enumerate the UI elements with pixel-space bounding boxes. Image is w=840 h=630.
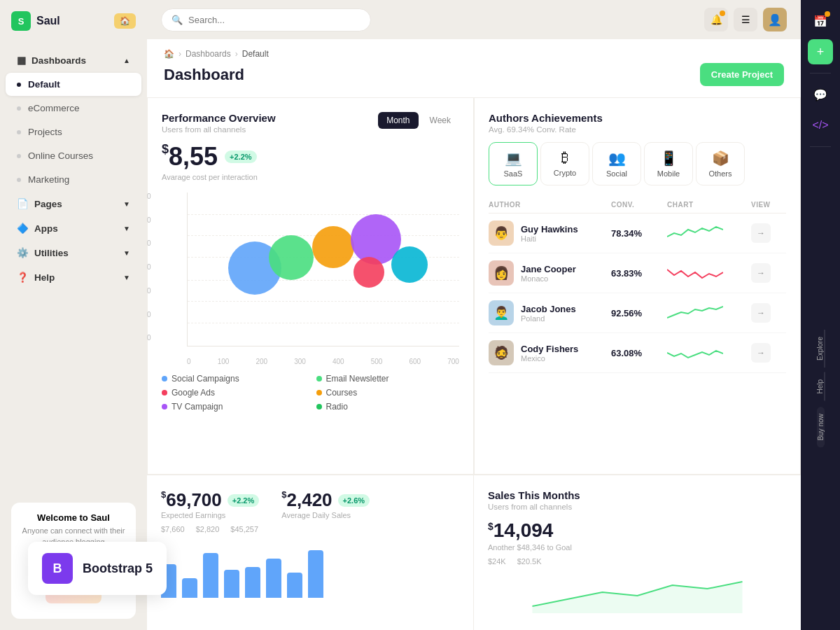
code-icon[interactable]: </>	[808, 113, 833, 138]
bar-label-2: $2,820	[196, 525, 220, 533]
legend-google: Google Ads	[162, 388, 305, 398]
saas-icon: 💻	[505, 150, 522, 167]
y-axis-labels: 7006005004003002001000	[147, 192, 151, 365]
sales-y-label-2: $20.5K	[517, 557, 542, 566]
sidebar-item-marketing[interactable]: Marketing	[6, 168, 141, 191]
search-box[interactable]: 🔍	[161, 8, 371, 31]
sidebar-item-online-courses[interactable]: Online Courses	[6, 144, 141, 167]
back-button[interactable]: 🏠	[114, 13, 136, 29]
sidebar-item-pages[interactable]: 📄 Pages ▼	[6, 192, 141, 216]
default-label: Default	[28, 79, 60, 90]
earnings-row: $69,700 +2.2% Expected Earnings $2,420 +…	[161, 489, 459, 519]
topbar-right: 🔔 ☰ 👤	[704, 8, 787, 31]
sidebar-item-apps[interactable]: 🔷 Apps ▼	[6, 216, 141, 240]
tab-social[interactable]: 👥 Social	[592, 142, 641, 186]
mini-chart	[667, 342, 751, 363]
chart-legend: Social Campaigns Email Newsletter Google…	[162, 374, 459, 412]
bar-label-3: $45,257	[230, 525, 258, 533]
add-icon[interactable]: +	[808, 39, 833, 64]
authors-table: AUTHOR CONV. CHART VIEW 👨 Guy Hawkins Ha…	[489, 197, 786, 373]
col-author: AUTHOR	[489, 201, 611, 209]
ecommerce-label: eCommerce	[28, 103, 80, 113]
breadcrumb-dashboards[interactable]: Dashboards	[186, 49, 231, 59]
avatar: 👨	[489, 220, 514, 246]
tab-saas[interactable]: 💻 SaaS	[489, 142, 538, 186]
expected-earnings: $69,700 +2.2% Expected Earnings	[161, 489, 259, 519]
breadcrumb: 🏠 › Dashboards › Default	[147, 39, 801, 63]
sidebar-item-ecommerce[interactable]: eCommerce	[6, 97, 141, 120]
active-dot	[17, 83, 21, 87]
bootstrap-overlay: B Bootstrap 5	[28, 542, 167, 595]
author-country: Haiti	[521, 234, 578, 243]
sidebar-item-help[interactable]: ❓ Help ▼	[6, 265, 141, 289]
view-button[interactable]: →	[751, 303, 771, 323]
author-country: Poland	[521, 314, 576, 323]
author-info: 👨 Guy Hawkins Haiti	[489, 220, 611, 246]
expected-badge: +2.2%	[227, 494, 260, 507]
daily-sales: $2,420 +2.6% Average Daily Sales	[281, 489, 370, 519]
chevron-down-icon: ▼	[123, 249, 130, 257]
col-conv: CONV.	[611, 201, 667, 209]
help-icon: ❓	[17, 272, 29, 283]
others-label: Others	[708, 169, 732, 178]
user-avatar[interactable]: 👤	[763, 8, 787, 31]
settings-button[interactable]: ☰	[734, 8, 757, 31]
author-name: Guy Hawkins	[521, 224, 578, 234]
authors-panel: Authors Achievements Avg. 69.34% Conv. R…	[474, 97, 801, 475]
sales-chart	[488, 571, 787, 613]
help-label[interactable]: Help	[816, 372, 825, 401]
search-input[interactable]	[188, 15, 360, 25]
utilities-label: Utilities	[34, 248, 69, 258]
sales-goal: Another $48,346 to Goal	[488, 543, 787, 552]
author-info: 👩 Jane Cooper Monaco	[489, 260, 611, 286]
tab-others[interactable]: 📦 Others	[696, 142, 745, 186]
sidebar-item-utilities[interactable]: ⚙️ Utilities ▼	[6, 241, 141, 265]
explore-label[interactable]: Explore	[816, 330, 825, 368]
dot-icon	[17, 178, 21, 182]
courses-label: Online Courses	[28, 150, 93, 161]
bar	[245, 567, 260, 598]
sidebar-item-default[interactable]: Default	[6, 73, 141, 96]
bar	[266, 559, 281, 598]
saas-label: SaaS	[504, 169, 523, 178]
tab-mobile[interactable]: 📱 Mobile	[644, 142, 693, 186]
bar	[182, 578, 197, 598]
expected-label: Expected Earnings	[161, 511, 259, 519]
sales-y-label-1: $24K	[488, 557, 506, 566]
chevron-down-icon: ▼	[123, 225, 130, 232]
performance-panel: Performance Overview Users from all chan…	[147, 97, 474, 475]
author-info: 🧔 Cody Fishers Mexico	[489, 340, 611, 365]
search-icon: 🔍	[172, 15, 183, 25]
create-project-button[interactable]: Create Project	[700, 63, 784, 86]
sales-sub: Users from all channels	[488, 503, 787, 511]
chat-icon[interactable]: 💬	[808, 82, 833, 107]
help-label: Help	[34, 272, 55, 283]
mobile-icon: 📱	[660, 150, 678, 167]
author-name: Jacob Jones	[521, 304, 576, 314]
performance-title: Performance Overview	[162, 112, 276, 124]
view-button[interactable]: →	[751, 263, 771, 283]
topbar: 🔍 🔔 ☰ 👤	[147, 0, 801, 39]
sidebar-item-dashboards[interactable]: ▦ Dashboards ▲	[6, 48, 141, 72]
calendar-icon[interactable]: 📅	[808, 8, 833, 34]
divider	[810, 73, 831, 74]
view-button[interactable]: →	[751, 223, 771, 243]
buy-label[interactable]: Buy now	[817, 407, 825, 447]
tab-month[interactable]: Month	[378, 112, 418, 129]
right-sidebar: 📅 + 💬 </> Explore Help Buy now	[801, 0, 840, 630]
authors-sub: Avg. 69.34% Conv. Rate	[489, 125, 786, 134]
sidebar-item-projects[interactable]: Projects	[6, 120, 141, 144]
bubble-tv	[354, 257, 384, 288]
notifications-button[interactable]: 🔔	[704, 8, 728, 31]
crypto-label: Crypto	[554, 169, 576, 177]
tab-crypto[interactable]: ₿ Crypto	[540, 142, 589, 186]
pages-label: Pages	[34, 199, 62, 209]
bottom-panels: $69,700 +2.2% Expected Earnings $2,420 +…	[147, 475, 801, 630]
tab-week[interactable]: Week	[421, 112, 459, 129]
author-country: Mexico	[521, 354, 578, 363]
author-name: Jane Cooper	[521, 264, 576, 274]
main-content: 🔍 🔔 ☰ 👤 🏠 › Dashboards › Default Dashboa…	[147, 0, 801, 630]
sidebar-nav: ▦ Dashboards ▲ Default eCommerce Project…	[0, 42, 147, 491]
view-button[interactable]: →	[751, 343, 771, 363]
col-chart: CHART	[667, 201, 751, 209]
